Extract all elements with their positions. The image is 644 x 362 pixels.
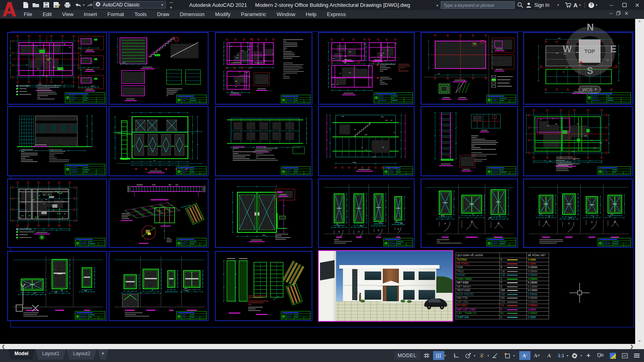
osnap-dropdown-icon[interactable]: ▾ (513, 354, 515, 358)
minimize-button[interactable]: ─ (606, 1, 617, 10)
maximize-button[interactable] (619, 1, 630, 10)
doc-minimize-button[interactable]: ─ (609, 11, 613, 16)
annotation-monitor-icon[interactable]: + (583, 351, 594, 360)
drawing-sheet-ceiling[interactable] (7, 179, 107, 248)
autodesk-logo-icon[interactable]: A (574, 2, 578, 8)
graphics-performance-icon[interactable] (607, 351, 618, 360)
layer-convention-table[interactable]: QUY ĐỊNH VỀ LAYERBỀ RỘNG NÉTTƯỜNG20.4MMB… (456, 253, 549, 319)
drawing-sheet-formwork[interactable] (109, 179, 208, 248)
user-person-icon[interactable] (526, 2, 532, 8)
snap-dropdown-icon[interactable]: ▾ (444, 354, 446, 358)
new-layout-button[interactable]: + (97, 349, 108, 360)
tab-layout1[interactable]: Layout1 (36, 349, 66, 360)
drawing-sheet-elevB[interactable] (215, 106, 312, 176)
drawing-sheet-win3[interactable] (421, 179, 518, 248)
drawing-sheet-plan4[interactable] (523, 106, 633, 176)
drawing-sheet-plans2[interactable] (215, 32, 312, 105)
undo-dropdown-icon[interactable]: ▾ (83, 3, 85, 7)
viewcube-east[interactable]: E (610, 43, 617, 55)
drawing-sheet-doors4[interactable] (318, 179, 415, 248)
ortho-icon[interactable] (450, 351, 462, 360)
render-3d-preview[interactable] (318, 250, 453, 322)
menu-item-tools[interactable]: Tools (129, 10, 152, 19)
isolate-objects-icon[interactable] (595, 351, 606, 360)
menu-item-view[interactable]: View (57, 10, 78, 19)
viewcube[interactable]: N E S W TOP (563, 24, 617, 88)
qat-customize-icon[interactable]: ▼ (168, 2, 174, 10)
sign-in-button[interactable]: Sign In (534, 2, 549, 8)
save-as-icon[interactable] (52, 1, 61, 9)
viewcube-south[interactable]: S (587, 65, 593, 76)
menu-item-insert[interactable]: Insert (78, 10, 102, 19)
menu-item-help[interactable]: Help (301, 10, 322, 19)
search-input[interactable] (441, 1, 515, 9)
model-space-viewport[interactable]: QUY ĐỊNH VỀ LAYERBỀ RỘNG NÉTTƯỜNG20.4MMB… (0, 19, 635, 344)
help-icon[interactable]: ? (588, 2, 594, 8)
undo-icon[interactable] (73, 1, 82, 9)
drawing-sheet-wallsec[interactable] (421, 106, 518, 176)
search-expand-icon[interactable]: ▸ (437, 3, 439, 7)
grid-icon[interactable] (421, 351, 432, 360)
workspace-gear-icon[interactable] (569, 351, 580, 360)
new-file-icon[interactable] (21, 1, 30, 9)
close-button[interactable]: ✕ (632, 1, 642, 10)
drawing-sheet-section[interactable] (318, 106, 415, 176)
scroll-right-icon[interactable]: ❯ (630, 345, 634, 349)
menu-item-edit[interactable]: Edit (37, 10, 57, 19)
workspace-dropdown-icon[interactable]: ▾ (580, 354, 582, 358)
tab-layout2[interactable]: Layout2 (66, 349, 97, 360)
horizontal-scrollbar[interactable]: ❮ ❯ (0, 344, 635, 349)
model-paper-toggle[interactable]: MODEL (394, 351, 420, 360)
drawing-sheet-winB[interactable] (109, 251, 208, 321)
menu-item-dimension[interactable]: Dimension (175, 10, 210, 19)
menu-item-parametric[interactable]: Parametric (235, 10, 271, 19)
help-dropdown-icon[interactable]: ▾ (596, 3, 597, 7)
drawing-sheet-plan1[interactable] (7, 32, 107, 105)
open-folder-icon[interactable] (31, 1, 40, 9)
drawing-sheet-elevDoors[interactable] (109, 106, 208, 176)
object-snap-tracking-icon[interactable] (490, 351, 501, 360)
plot-icon[interactable] (63, 1, 72, 9)
scroll-down-icon[interactable]: ⌄ (638, 338, 641, 342)
menu-item-modify[interactable]: Modify (210, 10, 235, 19)
menu-item-window[interactable]: Window (271, 10, 300, 19)
autodesk-dropdown-icon[interactable]: ▾ (579, 3, 581, 7)
drawing-sheet-plans3[interactable] (318, 32, 415, 105)
drawing-sheet-roof[interactable] (421, 32, 518, 105)
vertical-scrollbar[interactable]: ⌃ ⌄ (635, 19, 644, 344)
viewcube-wcs-menu[interactable]: WCS▼ (579, 86, 601, 93)
viewcube-west[interactable]: W (563, 43, 572, 55)
drawing-sheet-elevA[interactable] (7, 106, 107, 176)
object-snap-icon[interactable] (502, 351, 513, 360)
annotation-scale-icon[interactable]: A (543, 351, 555, 360)
isodraft-dropdown-icon[interactable]: ▾ (487, 354, 489, 358)
annotation-visibility-icon[interactable]: A° (519, 351, 530, 360)
annotation-scale-value[interactable]: 1:1 (555, 351, 567, 360)
sign-in-dropdown-icon[interactable]: ▾ (557, 3, 559, 7)
cart-icon[interactable] (565, 2, 571, 8)
doc-close-button[interactable]: ✕ (624, 11, 629, 16)
search-icon[interactable] (517, 2, 523, 8)
drawing-sheet-win4[interactable] (523, 179, 633, 248)
customization-menu-icon[interactable] (631, 351, 642, 360)
drawing-sheet-stair[interactable] (109, 32, 208, 105)
snap-icon[interactable] (433, 351, 444, 360)
polar-tracking-icon[interactable] (462, 351, 474, 360)
menu-item-file[interactable]: File (19, 10, 37, 19)
isometric-drafting-icon[interactable] (476, 351, 487, 360)
tab-model[interactable]: Model (8, 349, 35, 360)
polar-dropdown-icon[interactable]: ▾ (474, 354, 475, 358)
scroll-left-icon[interactable]: ❮ (2, 345, 5, 349)
save-icon[interactable] (42, 1, 51, 9)
workspace-switcher[interactable]: AutoCAD Classic ▼ (93, 1, 166, 8)
autocad-logo-icon[interactable] (2, 1, 17, 18)
annotation-autoscale-icon[interactable]: A⇵ (531, 351, 543, 360)
scroll-up-icon[interactable]: ⌃ (638, 21, 641, 25)
viewcube-north[interactable]: N (587, 22, 594, 33)
clean-screen-icon[interactable] (619, 351, 630, 360)
drawing-sheet-steel[interactable] (215, 251, 312, 321)
viewcube-top-face[interactable]: TOP (579, 39, 601, 63)
scale-dropdown-icon[interactable]: ▾ (567, 354, 568, 358)
menu-item-express[interactable]: Express (322, 10, 351, 19)
menu-item-format[interactable]: Format (102, 10, 129, 19)
